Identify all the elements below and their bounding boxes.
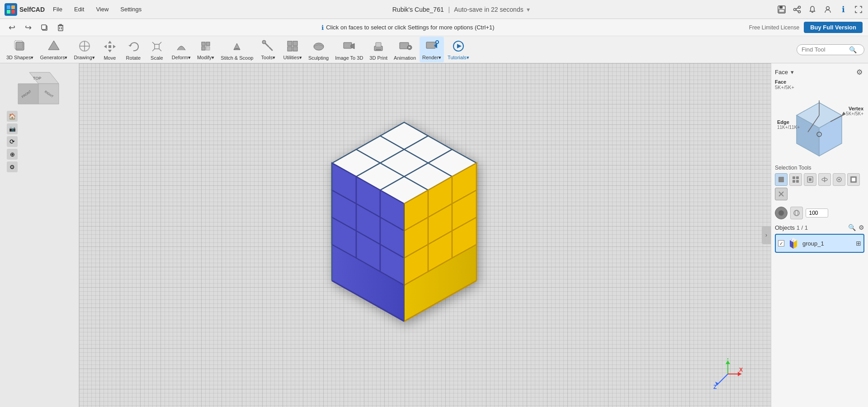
svg-rect-42 <box>288 47 292 51</box>
buy-full-version-button[interactable]: Buy Full Version <box>804 22 863 33</box>
svg-rect-121 <box>796 180 799 183</box>
svg-rect-41 <box>293 41 297 46</box>
toolbar-tools[interactable]: Tools▾ <box>257 37 279 62</box>
toolbar-tutorials[interactable]: Tutorials▾ <box>445 37 472 62</box>
select-faces-tool[interactable] <box>804 173 816 186</box>
svg-point-127 <box>838 179 840 180</box>
deselect-tool[interactable] <box>775 188 788 200</box>
toolbar-image-to-3d[interactable]: Image To 3D <box>332 37 366 62</box>
undo-button[interactable]: ↩ <box>5 21 18 34</box>
select-vertices-tool[interactable] <box>789 173 802 186</box>
animation-label: Animation <box>394 55 416 61</box>
face-mode-dropdown[interactable]: ▾ <box>791 69 794 76</box>
toolbar-3d-shapes[interactable]: 3D Shapes▾ <box>4 37 36 62</box>
svg-rect-30 <box>155 44 159 49</box>
toolbar-deform[interactable]: Deform▾ <box>169 37 193 62</box>
share-icon[interactable] <box>792 5 802 14</box>
objects-settings-icon[interactable]: ⚙ <box>859 224 864 231</box>
autosave-dropdown[interactable]: ▾ <box>527 6 530 13</box>
brush-size-input[interactable] <box>806 208 828 218</box>
find-tool-input-field[interactable] <box>802 46 847 53</box>
main-layout: TOP FRONT RIGHT 🏠 📷 ⟳ ⊕ ⚙ <box>0 63 868 407</box>
delete-button[interactable] <box>54 21 67 34</box>
rotate-view-btn[interactable]: ⟳ <box>7 136 18 147</box>
svg-marker-20 <box>48 41 59 50</box>
redo-button[interactable]: ↪ <box>22 21 34 34</box>
brush-tools-row <box>775 207 864 219</box>
toolbar-animation[interactable]: Animation <box>391 37 419 62</box>
svg-rect-3 <box>11 10 15 14</box>
objects-label: Objects 1 / 1 <box>775 224 808 231</box>
svg-text:Z: Z <box>713 384 717 390</box>
select-inverse-tool[interactable] <box>847 173 860 186</box>
save-icon[interactable] <box>777 5 787 14</box>
toolbar-generators[interactable]: Generators▾ <box>37 37 70 62</box>
svg-rect-117 <box>778 177 784 182</box>
top-right-actions: ℹ <box>777 5 863 14</box>
menu-edit[interactable]: Edit <box>71 4 88 14</box>
svg-rect-14 <box>42 25 46 29</box>
object-checkbox[interactable]: ✓ <box>778 240 784 246</box>
toolbar-move[interactable]: Move <box>99 37 121 62</box>
fullscreen-icon[interactable] <box>854 5 863 14</box>
svg-rect-53 <box>426 42 435 48</box>
toolbar-rotate[interactable]: Rotate <box>122 37 145 62</box>
move-label: Move <box>104 55 116 61</box>
select-box-tool[interactable] <box>775 173 788 186</box>
menu-file[interactable]: File <box>49 4 66 14</box>
toolbar-render[interactable]: Render▾ <box>420 37 444 62</box>
svg-rect-49 <box>376 49 381 51</box>
bell-icon[interactable] <box>807 5 817 14</box>
scale-label: Scale <box>151 55 163 61</box>
canvas-area[interactable]: › Z Y X <box>79 63 771 407</box>
objects-search-icon[interactable]: 🔍 <box>848 224 856 231</box>
find-tool-search[interactable]: 🔍 <box>797 44 864 55</box>
copy-button[interactable] <box>38 21 51 34</box>
menu-settings[interactable]: Settings <box>117 4 145 14</box>
svg-text:X: X <box>739 367 743 373</box>
toolbar-utilities[interactable]: Utilities▾ <box>280 37 304 62</box>
mesh-stats: Face 5K+/5K+ <box>775 79 864 90</box>
tools-icon <box>260 38 276 54</box>
collapse-panel-button[interactable]: › <box>762 226 771 244</box>
toolbar-sculpting[interactable]: Sculpting <box>306 37 331 62</box>
animation-icon <box>397 39 413 54</box>
home-view-btn[interactable]: 🏠 <box>7 111 18 122</box>
svg-rect-0 <box>7 5 10 9</box>
tools-label: Tools▾ <box>261 55 276 61</box>
rubiks-cube-model <box>305 109 504 327</box>
svg-point-132 <box>778 210 784 216</box>
brush-circle-tool[interactable] <box>775 207 788 219</box>
menu-view[interactable]: View <box>92 4 112 14</box>
svg-line-11 <box>796 10 798 11</box>
toolbar-stitch-scoop[interactable]: Stitch & Scoop <box>218 37 256 62</box>
camera-view-btn[interactable]: 📷 <box>7 123 18 134</box>
svg-rect-48 <box>376 43 381 47</box>
brush-sphere-tool[interactable] <box>790 207 803 219</box>
svg-line-33 <box>152 49 155 51</box>
utilities-icon <box>285 38 300 54</box>
object-settings-icon[interactable]: ⊞ <box>856 240 861 247</box>
objects-header: Objects 1 / 1 🔍 ⚙ <box>775 224 864 231</box>
3d-shapes-icon <box>12 38 28 54</box>
toolbar-scale[interactable]: Scale <box>146 37 168 62</box>
svg-rect-1 <box>11 5 15 9</box>
user-icon[interactable] <box>823 5 833 14</box>
svg-text:TOP: TOP <box>33 76 41 80</box>
toolbar-modify[interactable]: Modify▾ <box>194 37 217 62</box>
panel-settings-icon[interactable]: ⚙ <box>854 67 864 77</box>
select-loop-tool[interactable] <box>818 173 831 186</box>
toolbar-3d-print[interactable]: 3D Print <box>367 37 390 62</box>
info-circle-icon: ℹ <box>321 24 324 31</box>
object-list-item[interactable]: ✓ group_1 ⊞ <box>775 234 864 253</box>
svg-rect-45 <box>344 43 352 48</box>
svg-point-134 <box>795 210 798 216</box>
face-mode-label[interactable]: Face <box>775 69 788 76</box>
zoom-view-btn[interactable]: ⊕ <box>7 149 18 160</box>
settings-view-btn[interactable]: ⚙ <box>7 161 18 172</box>
svg-point-133 <box>794 210 799 216</box>
info-icon[interactable]: ℹ <box>838 5 848 14</box>
select-connected-tool[interactable] <box>833 173 845 186</box>
toolbar-drawing[interactable]: Drawing▾ <box>71 37 97 62</box>
scale-icon <box>149 39 165 54</box>
